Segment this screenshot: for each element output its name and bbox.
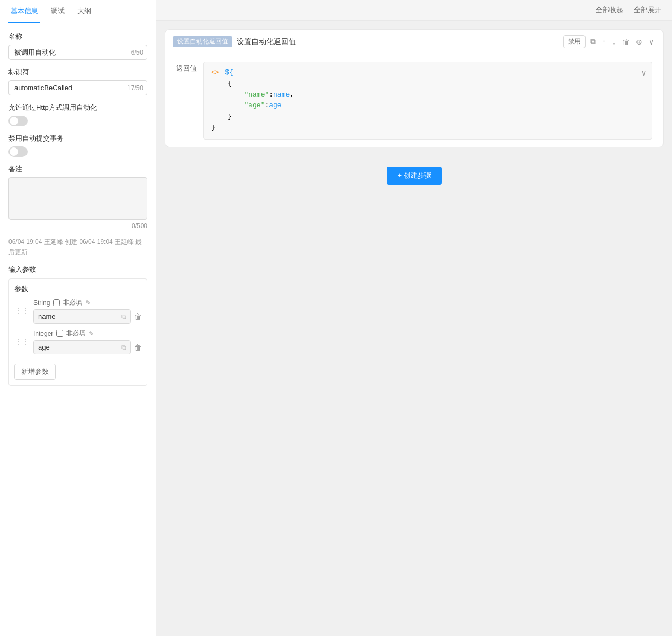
toolbar: 全部收起 全部展开 [156, 0, 672, 21]
step-title: 设置自动化返回值 [237, 37, 559, 47]
param-item-name: ⋮⋮ String 非必填 ✎ name ⧉ [14, 298, 142, 324]
code-icon: <> [211, 68, 219, 78]
param-delete-icon-age[interactable]: 🗑 [134, 343, 142, 352]
tab-debug[interactable]: 调试 [49, 0, 67, 23]
http-toggle[interactable] [8, 116, 28, 126]
step-duplicate-icon[interactable]: ⊕ [634, 36, 644, 48]
code-prefix: ${ [225, 68, 233, 76]
add-param-button[interactable]: 新增参数 [14, 364, 56, 380]
identifier-field-group: 标识符 17/50 [8, 67, 147, 95]
name-input[interactable] [8, 45, 147, 60]
param-item-inner-age: Integer 非必填 ✎ age ⧉ 🗑 [33, 329, 142, 354]
disable-toggle-row [8, 146, 147, 157]
param-required-checkbox-age[interactable] [56, 330, 63, 337]
left-panel: 基本信息 调试 大纲 名称 6/50 标识符 17/50 允许通过Http方式调… [0, 0, 156, 636]
disable-label: 禁用自动提交事务 [8, 134, 147, 143]
param-copy-icon-age[interactable]: ⧉ [121, 344, 126, 351]
right-panel: 全部收起 全部展开 设置自动化返回值 设置自动化返回值 禁用 ⧉ ↑ ↓ 🗑 ⊕… [156, 0, 672, 636]
code-line-2: "name":name, [211, 91, 294, 99]
param-item-inner-name: String 非必填 ✎ name ⧉ 🗑 [33, 298, 142, 324]
param-item-age: ⋮⋮ Integer 非必填 ✎ age ⧉ [14, 329, 142, 354]
return-value-row: 返回值 <> ${ { "name":name, "age":age } [176, 62, 652, 140]
param-edit-icon-name[interactable]: ✎ [85, 299, 91, 307]
params-list: 参数 ⋮⋮ String 非必填 ✎ name [8, 278, 147, 386]
http-toggle-row [8, 116, 147, 126]
identifier-label: 标识符 [8, 67, 147, 77]
step-header: 设置自动化返回值 设置自动化返回值 禁用 ⧉ ↑ ↓ 🗑 ⊕ ∨ [165, 30, 663, 54]
collapse-all-button[interactable]: 全部收起 [594, 4, 625, 16]
param-drag-handle-name[interactable]: ⋮⋮ [14, 307, 31, 315]
tab-basic-info[interactable]: 基本信息 [8, 0, 40, 23]
param-required-label-name: 非必填 [63, 298, 82, 307]
code-line-4: } [211, 112, 232, 120]
name-field-group: 名称 6/50 [8, 32, 147, 60]
param-type-name: String [33, 299, 50, 307]
step-up-icon[interactable]: ↑ [600, 36, 607, 48]
param-input-row-age: age ⧉ 🗑 [33, 340, 142, 354]
identifier-char-count: 17/50 [127, 84, 143, 92]
param-copy-icon-name[interactable]: ⧉ [121, 313, 126, 320]
step-actions: 禁用 ⧉ ↑ ↓ 🗑 ⊕ ∨ [563, 35, 656, 48]
code-line-3: "age":age [211, 101, 282, 109]
return-label: 返回值 [176, 62, 197, 73]
step-body: 返回值 <> ${ { "name":name, "age":age } [165, 54, 663, 147]
expand-all-button[interactable]: 全部展开 [632, 4, 664, 16]
name-char-count: 6/50 [131, 49, 143, 56]
identifier-input-wrapper: 17/50 [8, 80, 147, 95]
tabs-bar: 基本信息 调试 大纲 [0, 0, 156, 23]
param-input-name: name ⧉ [33, 309, 131, 324]
param-type-row-age: Integer 非必填 ✎ [33, 329, 142, 338]
param-input-row-name: name ⧉ 🗑 [33, 309, 142, 324]
meta-info: 06/04 19:04 王延峰 创建 06/04 19:04 王延峰 最后更新 [8, 237, 147, 257]
params-title: 输入参数 [8, 265, 147, 274]
note-textarea[interactable] [8, 177, 147, 220]
note-label: 备注 [8, 164, 147, 174]
code-line-1: { [211, 80, 232, 88]
code-line-5: } [211, 124, 215, 132]
step-more-icon[interactable]: ∨ [647, 36, 656, 48]
identifier-input[interactable] [8, 80, 147, 95]
note-field-group: 备注 0/500 [8, 164, 147, 230]
code-expand-button[interactable]: ∨ [641, 67, 647, 81]
param-required-label-age: 非必填 [66, 329, 85, 338]
step-copy-icon[interactable]: ⧉ [589, 36, 597, 48]
param-delete-icon-name[interactable]: 🗑 [134, 312, 142, 321]
param-required-checkbox-name[interactable] [53, 299, 60, 306]
param-value-name: name [38, 312, 56, 320]
create-step-area: + 创建步骤 [165, 156, 664, 195]
step-down-icon[interactable]: ↓ [610, 36, 617, 48]
http-label: 允许通过Http方式调用自动化 [8, 103, 147, 112]
code-block: <> ${ { "name":name, "age":age } } [203, 62, 652, 140]
params-sub-title: 参数 [14, 284, 142, 294]
create-step-button[interactable]: + 创建步骤 [387, 167, 441, 185]
note-char-count: 0/500 [8, 222, 147, 230]
params-section: 输入参数 参数 ⋮⋮ String 非必填 ✎ [8, 265, 147, 386]
step-card: 设置自动化返回值 设置自动化返回值 禁用 ⧉ ↑ ↓ 🗑 ⊕ ∨ 返回值 <> [165, 29, 664, 147]
param-edit-icon-age[interactable]: ✎ [89, 330, 94, 337]
param-drag-handle-age[interactable]: ⋮⋮ [14, 337, 31, 346]
param-value-age: age [38, 343, 50, 351]
param-input-age: age ⧉ [33, 340, 131, 354]
step-breadcrumb: 设置自动化返回值 [173, 36, 232, 47]
disable-toggle-group: 禁用自动提交事务 [8, 134, 147, 157]
http-toggle-group: 允许通过Http方式调用自动化 [8, 103, 147, 126]
disable-toggle[interactable] [8, 146, 28, 157]
step-delete-icon[interactable]: 🗑 [621, 36, 631, 48]
tab-outline[interactable]: 大纲 [75, 0, 93, 23]
name-label: 名称 [8, 32, 147, 41]
param-type-age: Integer [33, 330, 53, 337]
form-content: 名称 6/50 标识符 17/50 允许通过Http方式调用自动化 禁用自动提交… [0, 23, 156, 394]
param-type-row-name: String 非必填 ✎ [33, 298, 142, 307]
name-input-wrapper: 6/50 [8, 45, 147, 60]
main-content: 设置自动化返回值 设置自动化返回值 禁用 ⧉ ↑ ↓ 🗑 ⊕ ∨ 返回值 <> [156, 21, 672, 636]
step-disable-button[interactable]: 禁用 [563, 35, 586, 48]
